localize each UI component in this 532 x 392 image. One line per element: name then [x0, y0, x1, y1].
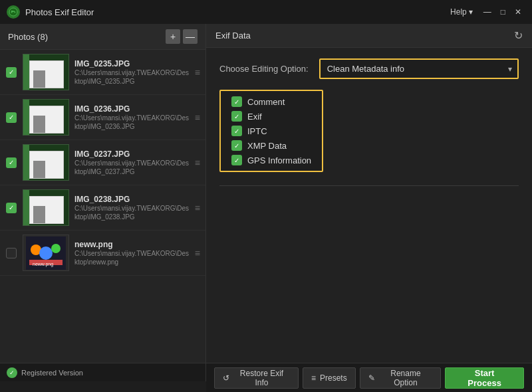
- photo-name-5: neww.png: [74, 240, 190, 249]
- refresh-button[interactable]: ↻: [514, 29, 523, 42]
- photo-info-5: neww.png C:\Users\mansi.vijay.TWEAKORG\D…: [74, 240, 190, 266]
- check-icon: ✓: [6, 203, 17, 213]
- xmp-label: XMP Data: [247, 141, 287, 151]
- exif-check-icon: ✓: [231, 111, 242, 122]
- photo-thumbnail-2: [23, 99, 69, 136]
- list-item[interactable]: ✓ IMG_0238.JPG C:\Users\mansi.vijay.TWEA…: [0, 185, 205, 231]
- photo-checkbox-3[interactable]: ✓: [5, 157, 17, 169]
- photo-info-2: IMG_0236.JPG C:\Users\mansi.vijay.TWEAKO…: [74, 104, 190, 131]
- photo-info-3: IMG_0237.JPG C:\Users\mansi.vijay.TWEAKO…: [74, 149, 190, 176]
- presets-button[interactable]: ≡ Presets: [303, 367, 356, 389]
- app-title: Photos Exif Editor: [25, 7, 94, 17]
- checkbox-comment[interactable]: ✓ Comment: [231, 96, 311, 107]
- titlebar: Photos Exif Editor Help ▾ — □ ✕: [0, 0, 532, 24]
- bottom-toolbar: ↺ Restore Exif Info ≡ Presets ✎ Rename O…: [206, 363, 532, 392]
- list-item[interactable]: ✓ IMG_0237.JPG C:\Users\mansi.vijay.TWEA…: [0, 140, 205, 185]
- photo-info-1: IMG_0235.JPG C:\Users\mansi.vijay.TWEAKO…: [74, 59, 190, 86]
- add-photo-button[interactable]: +: [166, 29, 180, 44]
- list-item[interactable]: neww.png neww.png C:\Users\mansi.vijay.T…: [0, 231, 205, 276]
- svg-point-1: [11, 11, 13, 12]
- svg-text:neww.png: neww.png: [33, 262, 53, 267]
- photo-menu-icon-3[interactable]: ≡: [195, 157, 200, 168]
- photos-panel-title: Photos (8): [8, 32, 48, 42]
- photo-menu-icon-2[interactable]: ≡: [195, 112, 200, 123]
- rename-icon: ✎: [368, 373, 375, 383]
- gps-label: GPS Information: [247, 155, 311, 165]
- photo-menu-icon-1[interactable]: ≡: [195, 67, 200, 78]
- exif-panel-title: Exif Data: [215, 31, 251, 41]
- titlebar-left: Photos Exif Editor: [7, 5, 94, 19]
- start-label: Start Process: [458, 368, 511, 388]
- editing-option-dropdown-container: Clean Metadata info Edit Exif Data Renam…: [319, 58, 519, 79]
- photo-thumbnail-3: [23, 144, 69, 181]
- photo-checkbox-1[interactable]: ✓: [5, 66, 17, 78]
- minimize-button[interactable]: —: [479, 6, 495, 18]
- remove-photo-button[interactable]: —: [183, 29, 198, 44]
- gps-check-icon: ✓: [231, 155, 242, 165]
- photo-menu-icon-5[interactable]: ≡: [195, 248, 200, 258]
- photo-path-4: C:\Users\mansi.vijay.TWEAKORG\Desktop\IM…: [74, 204, 190, 221]
- window-controls: — □ ✕: [479, 6, 525, 18]
- list-item[interactable]: ✓ IMG_0236.JPG C:\Users\mansi.vijay.TWEA…: [0, 95, 205, 140]
- photo-path-1: C:\Users\mansi.vijay.TWEAKORG\Desktop\IM…: [74, 68, 190, 86]
- left-panel: Photos (8) + — ✓ IMG_0235.JPG C:\Users\m…: [0, 24, 206, 363]
- photo-menu-icon-4[interactable]: ≡: [195, 203, 200, 213]
- presets-icon: ≡: [311, 373, 316, 383]
- main-layout: Photos (8) + — ✓ IMG_0235.JPG C:\Users\m…: [0, 24, 532, 363]
- comment-label: Comment: [247, 97, 285, 107]
- restore-label: Restore Exif Info: [233, 369, 290, 387]
- photo-checkbox-4[interactable]: ✓: [5, 202, 17, 214]
- close-button[interactable]: ✕: [511, 6, 525, 18]
- editing-option-label: Choose Editing Option:: [219, 64, 309, 74]
- svg-point-0: [9, 8, 17, 16]
- app-icon: [7, 5, 20, 19]
- editing-option-select[interactable]: Clean Metadata info Edit Exif Data Renam…: [321, 60, 517, 78]
- photo-thumbnail-5: neww.png: [23, 235, 69, 271]
- photo-name-1: IMG_0235.JPG: [74, 59, 190, 68]
- photo-name-2: IMG_0236.JPG: [74, 104, 190, 114]
- rename-label: Rename Option: [379, 369, 432, 387]
- xmp-check-icon: ✓: [231, 140, 242, 151]
- restore-exif-button[interactable]: ↺ Restore Exif Info: [214, 367, 299, 389]
- maximize-button[interactable]: □: [497, 6, 509, 18]
- status-text: Registered Version: [21, 369, 83, 377]
- photo-checkbox-5[interactable]: [5, 247, 17, 259]
- check-icon: ✓: [6, 112, 17, 123]
- divider: [219, 185, 519, 186]
- iptc-check-icon: ✓: [231, 126, 242, 136]
- svg-point-4: [39, 246, 53, 260]
- photo-checkbox-2[interactable]: ✓: [5, 112, 17, 124]
- comment-check-icon: ✓: [231, 96, 242, 107]
- editing-option-row: Choose Editing Option: Clean Metadata in…: [219, 58, 519, 79]
- metadata-checkbox-list: ✓ Comment ✓ Exif ✓ IPTC ✓ XMP Data ✓ G: [219, 90, 323, 172]
- photo-path-5: C:\Users\mansi.vijay.TWEAKORG\Desktop\ne…: [74, 249, 190, 266]
- presets-label: Presets: [320, 373, 347, 383]
- photo-thumbnail-4: [23, 189, 69, 226]
- titlebar-right: Help ▾ — □ ✕: [450, 6, 525, 18]
- registered-check-icon: ✓: [7, 367, 17, 378]
- iptc-label: IPTC: [247, 126, 267, 136]
- photo-path-2: C:\Users\mansi.vijay.TWEAKORG\Desktop\IM…: [74, 114, 190, 131]
- photo-info-4: IMG_0238.JPG C:\Users\mansi.vijay.TWEAKO…: [74, 195, 190, 221]
- help-button[interactable]: Help ▾: [450, 7, 473, 17]
- checkbox-xmp[interactable]: ✓ XMP Data: [231, 140, 311, 151]
- list-item[interactable]: ✓ IMG_0235.JPG C:\Users\mansi.vijay.TWEA…: [0, 50, 205, 95]
- photo-name-4: IMG_0238.JPG: [74, 195, 190, 204]
- rename-option-button[interactable]: ✎ Rename Option: [360, 367, 441, 389]
- header-actions: + —: [166, 29, 198, 44]
- check-icon: ✓: [6, 67, 17, 78]
- photo-name-3: IMG_0237.JPG: [74, 149, 190, 159]
- checkbox-gps[interactable]: ✓ GPS Information: [231, 155, 311, 165]
- photo-thumbnail-1: [23, 54, 69, 90]
- check-icon: ✓: [6, 157, 17, 168]
- svg-point-5: [51, 244, 61, 253]
- right-panel: Exif Data ↻ Choose Editing Option: Clean…: [206, 24, 532, 363]
- checkbox-iptc[interactable]: ✓ IPTC: [231, 126, 311, 136]
- photo-list: ✓ IMG_0235.JPG C:\Users\mansi.vijay.TWEA…: [0, 50, 205, 363]
- checkbox-exif[interactable]: ✓ Exif: [231, 111, 311, 122]
- statusbar: ✓ Registered Version: [0, 363, 206, 381]
- restore-icon: ↺: [223, 373, 229, 383]
- start-process-button[interactable]: Start Process: [445, 367, 524, 389]
- exif-content: Choose Editing Option: Clean Metadata in…: [206, 48, 532, 363]
- photo-path-3: C:\Users\mansi.vijay.TWEAKORG\Desktop\IM…: [74, 159, 190, 176]
